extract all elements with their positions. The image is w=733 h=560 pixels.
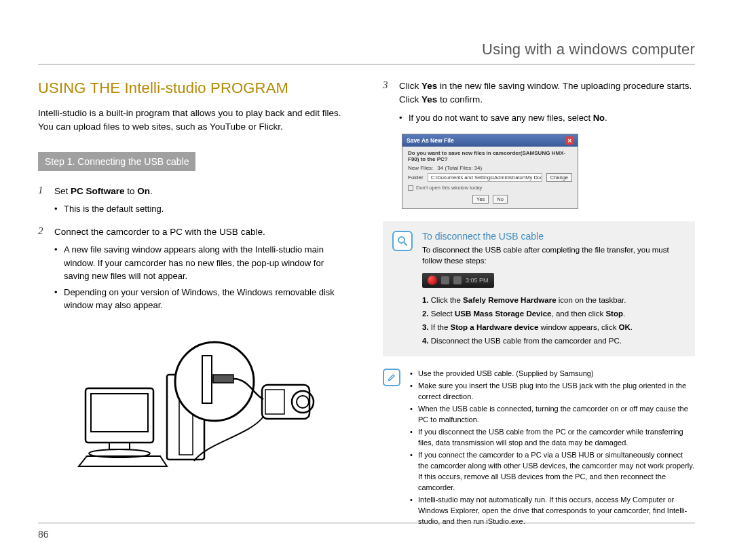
svg-rect-1 — [91, 394, 148, 432]
t: Yes — [421, 81, 437, 91]
t: Select — [431, 310, 455, 318]
folder-label: Folder — [408, 174, 424, 181]
bullet: This is the default setting. — [54, 202, 350, 216]
magnifier-icon — [392, 231, 413, 251]
page-number: 86 — [38, 523, 695, 540]
disconnect-callout: To disconnect the USB cable To disconnec… — [383, 221, 695, 356]
section-title: USING THE Intelli-studio PROGRAM — [38, 79, 350, 97]
dialog-title: Save As New File — [407, 137, 454, 144]
t: OK — [619, 323, 631, 331]
checkbox-icon[interactable] — [408, 185, 413, 191]
t: Disconnect the USB cable from the camcor… — [431, 337, 622, 345]
right-column: 3 Click Yes in the new file saving windo… — [383, 79, 695, 529]
safely-remove-hardware-icon[interactable] — [428, 276, 437, 285]
step1-bar: Step 1. Connecting the USB cable — [38, 152, 195, 171]
close-icon[interactable]: ✕ — [565, 136, 574, 145]
t: window appears, click — [538, 323, 618, 331]
newfiles-label: New Files: — [408, 165, 433, 171]
t: PC Software — [71, 186, 125, 196]
t: . — [631, 323, 633, 331]
t: Stop a Hardware device — [451, 323, 539, 331]
left-column: USING THE Intelli-studio PROGRAM Intelli… — [38, 79, 350, 529]
step1-body-2: Connect the camcorder to a PC with the U… — [54, 225, 350, 315]
step3-item: 3 Click Yes in the new file saving windo… — [383, 79, 695, 127]
step3-body: Click Yes in the new file saving window.… — [399, 79, 695, 127]
t: . — [605, 113, 607, 123]
t: USB Mass Storage Device — [455, 310, 552, 318]
dialog-question: Do you want to save new files in camcord… — [408, 150, 572, 162]
n: 3. — [422, 323, 429, 331]
t: Click — [399, 81, 421, 91]
t: icon on the taskbar. — [557, 296, 626, 304]
taskbar-item-icon — [453, 276, 462, 284]
svg-rect-2 — [109, 443, 130, 449]
t: . — [150, 186, 153, 196]
t: , and then click — [552, 310, 606, 318]
t: to — [125, 186, 138, 196]
taskbar-time: 3:05 PM — [466, 277, 489, 284]
intro-paragraph: Intelli-studio is a built-in program tha… — [38, 107, 350, 133]
taskbar-mock: 3:05 PM — [422, 273, 494, 288]
note-item: When the USB cable is connected, turning… — [410, 404, 695, 426]
note-item: If you disconnect the USB cable from the… — [410, 427, 695, 449]
pencil-note-icon — [383, 369, 400, 386]
change-button[interactable]: Change — [546, 173, 572, 182]
step1-item-2: 2 Connect the camcorder to a PC with the… — [38, 225, 350, 315]
step3-num: 3 — [383, 79, 391, 127]
bullet: A new file saving window appears along w… — [54, 243, 350, 283]
bullet: Depending on your version of Windows, th… — [54, 286, 350, 312]
step1-item-1: 1 Set PC Software to On. This is the def… — [38, 185, 350, 219]
svg-rect-8 — [213, 375, 233, 383]
step1-num-2: 2 — [38, 225, 46, 315]
svg-point-11 — [297, 396, 309, 408]
t: On — [137, 186, 150, 196]
content-columns: USING THE Intelli-studio PROGRAM Intelli… — [38, 79, 695, 529]
dialog-titlebar: Save As New File ✕ — [402, 134, 578, 147]
n: 1. — [422, 296, 429, 304]
disconnect-lead: To disconnect the USB cable after comple… — [422, 244, 684, 266]
t: Click the — [431, 296, 463, 304]
note-item: Make sure you insert the USB plug into t… — [410, 381, 695, 403]
svg-rect-0 — [86, 388, 153, 443]
t: Yes — [421, 94, 437, 105]
svg-point-13 — [398, 237, 405, 243]
t: If the — [431, 323, 451, 331]
page-header: Using with a windows computer — [38, 41, 695, 64]
disconnect-heading: To disconnect the USB cable — [422, 231, 684, 242]
note-item: If you connect the camcorder to a PC via… — [410, 450, 695, 493]
notes-list: Use the provided USB cable. (Supplied by… — [410, 369, 695, 528]
d-step: 4. Disconnect the USB cable from the cam… — [422, 335, 684, 348]
dont-open-label: Don't open this window today — [416, 185, 482, 191]
newfiles-value: 34 (Total Files: 34) — [437, 165, 482, 171]
t: Stop — [605, 310, 623, 318]
save-as-new-file-dialog: Save As New File ✕ Do you want to save n… — [402, 134, 578, 209]
step1-list: 1 Set PC Software to On. This is the def… — [38, 185, 350, 315]
step1-num-1: 1 — [38, 185, 46, 219]
t: . — [623, 310, 625, 318]
bullet: If you do not want to save any new files… — [399, 111, 695, 125]
folder-path: C:\Documents and Settings\Administrator\… — [428, 173, 542, 182]
no-button[interactable]: No — [493, 195, 508, 204]
d-step: 1. Click the Safely Remove Hardware icon… — [422, 295, 684, 307]
t: Safely Remove Hardware — [463, 296, 556, 304]
taskbar-item-icon — [441, 276, 449, 284]
t: to confirm. — [437, 94, 483, 105]
t: No — [593, 113, 605, 123]
t: If you do not want to save any new files… — [409, 113, 593, 123]
notes-block: Use the provided USB cable. (Supplied by… — [383, 369, 695, 528]
step1-body-1: Set PC Software to On. This is the defau… — [54, 185, 350, 219]
n: 4. — [422, 337, 429, 345]
disconnect-steps: 1. Click the Safely Remove Hardware icon… — [422, 295, 684, 347]
connection-illustration — [38, 327, 350, 470]
n: 2. — [422, 310, 429, 318]
svg-rect-12 — [265, 390, 284, 414]
svg-line-14 — [404, 242, 407, 246]
t: Connect the camcorder to a PC with the U… — [54, 227, 265, 237]
note-item: Use the provided USB cable. (Supplied by… — [410, 369, 695, 379]
d-step: 3. If the Stop a Hardware device window … — [422, 322, 684, 334]
t: Set — [54, 186, 71, 196]
d-step: 2. Select USB Mass Storage Device, and t… — [422, 308, 684, 320]
yes-button[interactable]: Yes — [472, 195, 489, 204]
